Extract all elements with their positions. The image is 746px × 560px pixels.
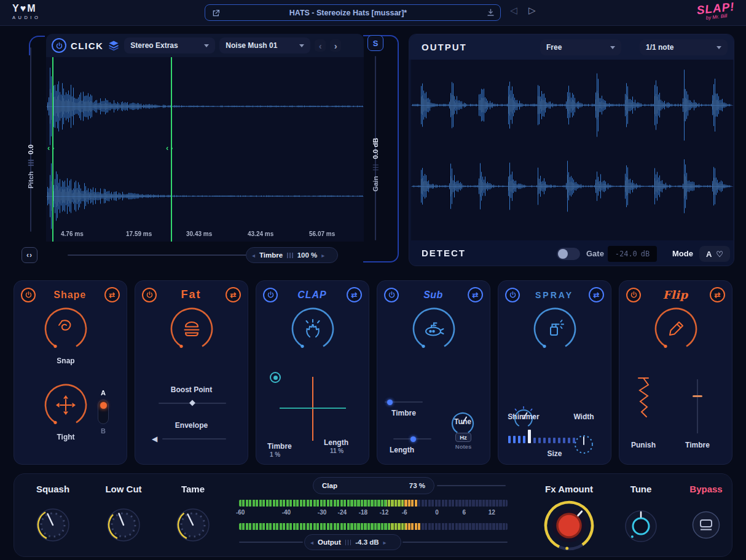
clap-title: CLAP xyxy=(278,290,347,301)
fx-amount-knob[interactable] xyxy=(543,500,595,551)
next-sample-button[interactable]: › xyxy=(330,39,341,52)
save-preset-icon[interactable] xyxy=(486,8,495,17)
spray-power-button[interactable] xyxy=(505,288,520,302)
shape-randomize-button[interactable]: ⇄ xyxy=(104,287,120,302)
prev-preset-button[interactable]: ◁ xyxy=(510,6,517,15)
click-waveform-canvas[interactable] xyxy=(46,57,364,242)
output-slider-track-right[interactable] xyxy=(402,542,508,543)
ab-option-a[interactable]: A xyxy=(101,389,106,396)
sub-knob[interactable] xyxy=(410,306,457,352)
sub-power-button[interactable] xyxy=(384,288,399,302)
export-preset-icon[interactable] xyxy=(211,9,221,18)
fx-slider-track[interactable] xyxy=(437,485,506,486)
power-icon xyxy=(267,291,275,299)
ab-toggle-ball[interactable] xyxy=(100,402,107,409)
notes-option[interactable]: Notes xyxy=(450,443,477,450)
fat-randomize-button[interactable]: ⇄ xyxy=(226,287,241,302)
slider-handle[interactable] xyxy=(387,400,393,405)
fx-amount-slider-readout[interactable]: Clap 73 % xyxy=(313,477,434,494)
spray-size-bars[interactable] xyxy=(508,427,575,443)
note-value-dropdown[interactable]: 1/1 note xyxy=(640,39,728,55)
timbre-slider-track[interactable] xyxy=(68,254,247,256)
rate-mode-dropdown[interactable]: Free xyxy=(540,39,621,55)
width-label: Width xyxy=(563,412,604,421)
sub-randomize-button[interactable]: ⇄ xyxy=(468,287,483,302)
mode-dropdown-icon: ♡ xyxy=(716,250,723,259)
ab-toggle[interactable] xyxy=(98,400,109,424)
slider-handle[interactable] xyxy=(410,436,416,442)
gate-toggle[interactable] xyxy=(557,248,580,260)
spray-randomize-button[interactable]: ⇄ xyxy=(589,287,604,302)
sub-timbre-slider[interactable] xyxy=(385,401,423,406)
shape-power-button[interactable] xyxy=(21,288,36,302)
decrement-icon[interactable]: ◂ xyxy=(252,252,255,259)
clap-length-label: Length xyxy=(324,438,348,447)
flip-power-button[interactable] xyxy=(626,288,641,302)
master-tune-knob[interactable] xyxy=(624,510,658,543)
toggle-knob[interactable] xyxy=(558,249,568,259)
sub-length-label: Length xyxy=(390,446,414,454)
ab-option-b[interactable]: B xyxy=(101,427,106,435)
mode-dropdown[interactable]: A ♡ xyxy=(699,246,730,262)
low-cut-knob[interactable] xyxy=(106,507,141,543)
envelope-handle-icon[interactable]: ◀ xyxy=(152,435,157,443)
hz-option[interactable]: Hz xyxy=(455,433,471,442)
output-slider-track-left[interactable] xyxy=(239,542,303,543)
output-gain-control[interactable]: ◂ Output -4.3 dB ▸ xyxy=(304,534,401,550)
next-preset-button[interactable]: ▷ xyxy=(528,6,536,15)
clap-randomize-button[interactable]: ⇄ xyxy=(347,287,362,302)
hz-notes-selector[interactable]: Hz Notes xyxy=(450,431,477,450)
collapse-panel-button[interactable]: ‹› xyxy=(22,247,37,263)
squash-knob[interactable] xyxy=(35,507,71,543)
decrement-icon[interactable]: ◂ xyxy=(310,539,313,546)
preset-name[interactable]: HATS - Stereoize Hats [mussar]* xyxy=(210,9,486,17)
sample-end-playhead[interactable]: ‹› xyxy=(171,57,172,242)
sub-timbre-label: Timbre xyxy=(385,409,423,417)
punish-spring-slider[interactable] xyxy=(634,376,653,435)
solo-button[interactable]: S xyxy=(367,35,383,51)
click-waveform-display[interactable]: ‹› ‹› 4.76 ms 17.59 ms 30.43 ms 43.24 ms… xyxy=(46,57,364,242)
fat-power-button[interactable] xyxy=(142,288,157,302)
bypass-button[interactable] xyxy=(692,511,720,539)
flip-timbre-slider[interactable] xyxy=(697,379,698,433)
slider-handle[interactable] xyxy=(693,395,702,397)
layers-icon[interactable] xyxy=(108,40,120,51)
click-power-button[interactable] xyxy=(52,38,66,53)
clap-xy-horizontal-axis[interactable] xyxy=(280,408,346,409)
gate-threshold-field[interactable]: -24.0 dB xyxy=(608,246,657,262)
click-timbre-control[interactable]: ◂ Timbre 100 % ▸ xyxy=(246,247,338,263)
slider-marker[interactable] xyxy=(189,400,195,406)
flip-randomize-button[interactable]: ⇄ xyxy=(710,287,725,302)
mode-label: Mode xyxy=(672,249,693,258)
playhead-handle-icon[interactable]: ‹› xyxy=(166,143,175,152)
clap-knob[interactable] xyxy=(289,306,336,352)
sub-length-slider[interactable] xyxy=(393,438,431,443)
snap-control: Snap xyxy=(42,306,89,365)
sample-start-playhead[interactable]: ‹› xyxy=(52,57,53,242)
boost-point-slider[interactable] xyxy=(159,403,226,408)
increment-icon[interactable]: ▸ xyxy=(383,539,387,546)
power-icon xyxy=(25,291,33,299)
tight-knob[interactable] xyxy=(42,382,89,428)
spray-knob[interactable] xyxy=(532,306,578,352)
tame-knob[interactable] xyxy=(175,507,211,543)
meter-scale-label: 12 xyxy=(489,509,495,516)
pitch-slider-handle[interactable]: Pitch 0.0 xyxy=(22,112,39,220)
snap-knob[interactable] xyxy=(42,306,89,352)
fat-knob[interactable] xyxy=(168,306,215,352)
prev-sample-button[interactable]: ‹ xyxy=(315,39,326,52)
clap-power-button[interactable] xyxy=(263,288,278,302)
fx-amount-label: Fx Amount xyxy=(545,484,593,494)
clap-xy-vertical-axis[interactable] xyxy=(312,377,313,441)
flip-knob[interactable] xyxy=(653,306,699,352)
envelope-slider[interactable]: ◀ xyxy=(162,438,226,443)
preset-bar[interactable]: HATS - Stereoize Hats [mussar]* xyxy=(205,4,501,21)
clap-mode-radio[interactable] xyxy=(270,372,281,383)
playhead-handle-icon[interactable]: ‹› xyxy=(47,143,57,152)
module-clap: CLAP ⇄ Timbre 1 % Length 11 % xyxy=(256,280,369,465)
click-sample-dropdown[interactable]: Noise Mush 01 xyxy=(219,37,310,53)
envelope-label: Envelope xyxy=(135,421,248,430)
increment-icon[interactable]: ▸ xyxy=(321,252,324,259)
gain-slider-handle[interactable]: Gain 0.0 dB xyxy=(367,108,384,221)
click-category-dropdown[interactable]: Stereo Extras xyxy=(124,37,215,53)
